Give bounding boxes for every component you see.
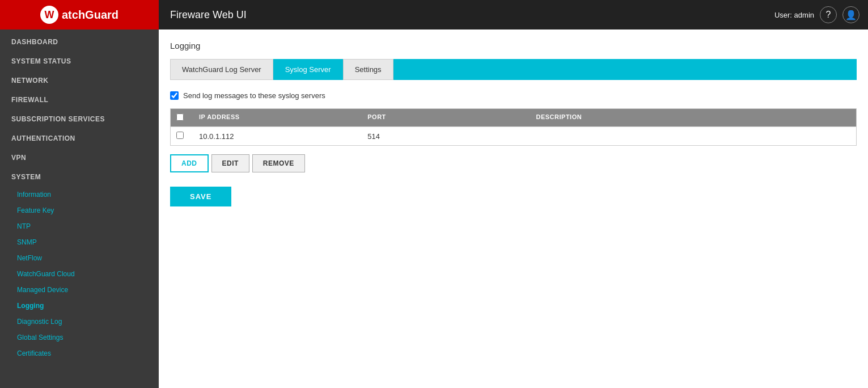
sidebar-item-firewall[interactable]: FIREWALL (0, 90, 159, 109)
tab-settings[interactable]: Settings (343, 59, 393, 80)
sidebar-item-subscription-services[interactable]: SUBSCRIPTION SERVICES (0, 109, 159, 129)
table-header: IP ADDRESS PORT DESCRIPTION (171, 109, 856, 126)
add-button[interactable]: ADD (170, 154, 209, 172)
page-title: Logging (170, 41, 857, 50)
tab-syslog-server[interactable]: Syslog Server (273, 59, 343, 80)
logo-area: W atchGuard (0, 0, 159, 29)
sidebar-nav: DASHBOARDSYSTEM STATUSNETWORKFIREWALLSUB… (0, 29, 159, 388)
app-title: Fireware Web UI (159, 9, 774, 21)
row-checkbox[interactable] (176, 132, 184, 139)
select-all-checkbox[interactable] (176, 113, 184, 121)
row-description (531, 132, 857, 141)
save-button[interactable]: SAVE (170, 187, 231, 206)
row-check-cell (171, 127, 193, 145)
header: W atchGuard Fireware Web UI User: admin … (0, 0, 868, 29)
sidebar-item-global-settings[interactable]: Global Settings (0, 330, 159, 345)
sidebar-item-certificates[interactable]: Certificates (0, 345, 159, 361)
user-label: User: admin (774, 11, 814, 19)
remove-button[interactable]: REMOVE (252, 154, 305, 172)
sidebar-item-system[interactable]: SYSTEM (0, 167, 159, 187)
user-menu-button[interactable]: 👤 (842, 6, 859, 23)
sidebar-item-diagnostic-log[interactable]: Diagnostic Log (0, 314, 159, 330)
sidebar-item-dashboard[interactable]: DASHBOARD (0, 32, 159, 52)
logo: W atchGuard (40, 6, 118, 24)
sidebar-item-managed-device[interactable]: Managed Device (0, 282, 159, 298)
content-area: Logging WatchGuard Log ServerSyslog Serv… (159, 29, 868, 388)
sidebar-item-netflow[interactable]: NetFlow (0, 250, 159, 266)
main-layout: DASHBOARDSYSTEM STATUSNETWORKFIREWALLSUB… (0, 29, 868, 388)
sidebar: DASHBOARDSYSTEM STATUSNETWORKFIREWALLSUB… (0, 29, 159, 388)
sidebar-item-authentication[interactable]: AUTHENTICATION (0, 129, 159, 148)
logo-name: atchGuard (62, 9, 118, 22)
sidebar-item-snmp[interactable]: SNMP (0, 234, 159, 250)
sidebar-item-watchguard-cloud[interactable]: WatchGuard Cloud (0, 266, 159, 282)
syslog-table: IP ADDRESS PORT DESCRIPTION 10.0.1.112 5… (170, 108, 857, 146)
action-buttons: ADD EDIT REMOVE (170, 154, 857, 172)
sidebar-item-ntp[interactable]: NTP (0, 218, 159, 234)
send-log-checkbox[interactable] (170, 91, 179, 100)
tab-fill (393, 59, 857, 80)
row-port: 514 (362, 128, 530, 145)
sidebar-item-vpn[interactable]: VPN (0, 148, 159, 167)
sidebar-item-system-status[interactable]: SYSTEM STATUS (0, 52, 159, 71)
sidebar-item-logging[interactable]: Logging (0, 298, 159, 314)
sidebar-item-information[interactable]: Information (0, 187, 159, 203)
sidebar-item-network[interactable]: NETWORK (0, 71, 159, 90)
tab-watchguard-log-server[interactable]: WatchGuard Log Server (170, 59, 273, 80)
header-description: DESCRIPTION (531, 109, 857, 126)
sidebar-item-feature-key[interactable]: Feature Key (0, 203, 159, 218)
edit-button[interactable]: EDIT (211, 154, 249, 172)
send-log-label: Send log messages to these syslog server… (183, 91, 325, 100)
table-row: 10.0.1.112 514 (171, 126, 856, 145)
header-right: User: admin ? 👤 (774, 6, 868, 23)
row-ip: 10.0.1.112 (193, 128, 362, 145)
header-port: PORT (362, 109, 530, 126)
send-log-row: Send log messages to these syslog server… (170, 91, 857, 100)
tabs-row: WatchGuard Log ServerSyslog ServerSettin… (170, 59, 857, 80)
header-ip: IP ADDRESS (193, 109, 362, 126)
help-button[interactable]: ? (820, 6, 837, 23)
logo-w-circle: W (40, 6, 58, 24)
header-check-cell (171, 109, 193, 126)
